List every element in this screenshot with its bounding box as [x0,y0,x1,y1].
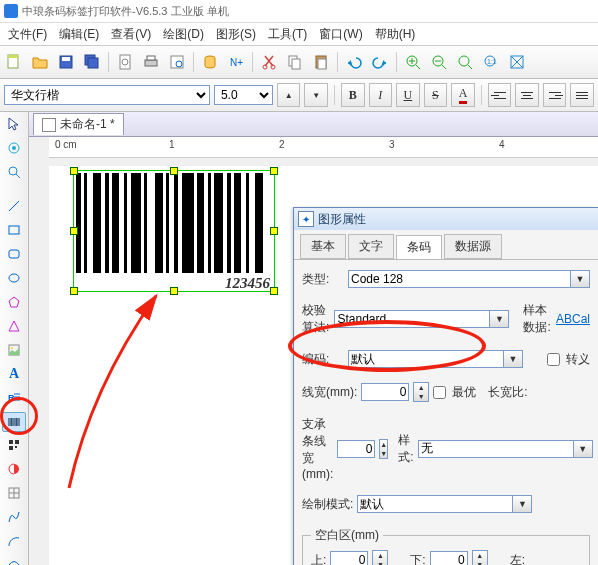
pdf-tool[interactable] [2,459,26,479]
bold-button[interactable]: B [341,83,365,107]
zoom-in-button[interactable] [401,50,425,74]
zoom-100-button[interactable]: 1:1 [479,50,503,74]
quiet-down-input[interactable] [430,551,468,565]
richtext-tool[interactable]: R [2,388,26,408]
quiet-down-label: 下: [410,552,425,566]
chevron-down-icon[interactable]: ▼ [573,440,593,458]
image-tool[interactable] [2,340,26,360]
align-justify-button[interactable] [570,83,594,107]
cut-button[interactable] [257,50,281,74]
bearer-input[interactable] [337,440,375,458]
quiet-zone-group: 空白区(mm) 上: ▲▼ 下: ▲▼ 左: [302,527,590,565]
quiet-up-input[interactable] [330,551,368,565]
tab-text[interactable]: 文字 [348,234,394,259]
new-button[interactable] [2,50,26,74]
encoding-select[interactable]: ▼ [348,350,523,368]
triangle-tool[interactable] [2,316,26,336]
chevron-down-icon[interactable]: ▼ [489,310,509,328]
optimal-checkbox[interactable] [433,386,446,399]
document-tabs: 未命名-1 * [29,112,598,137]
escape-checkbox[interactable] [547,353,560,366]
pan-tool[interactable] [2,138,26,158]
zoom-out-button[interactable] [427,50,451,74]
style-select[interactable]: ▼ [418,440,593,458]
zoom-fit-button[interactable] [453,50,477,74]
document-tab[interactable]: 未命名-1 * [33,113,124,135]
sample-data-link[interactable]: ABCal [556,312,590,326]
align-right-button[interactable] [543,83,567,107]
barcode-object[interactable]: 123456 [73,170,275,292]
rect-tool[interactable] [2,220,26,240]
mode-select[interactable]: ▼ [357,495,532,513]
align-center-button[interactable] [515,83,539,107]
print-preview-button[interactable] [165,50,189,74]
check-select[interactable]: ▼ [334,310,509,328]
menu-draw[interactable]: 绘图(D) [157,24,210,45]
menu-tool[interactable]: 工具(T) [262,24,313,45]
document-tab-label: 未命名-1 * [60,116,115,133]
menu-shape[interactable]: 图形(S) [210,24,262,45]
zoom-page-button[interactable] [505,50,529,74]
paste-button[interactable] [309,50,333,74]
menu-file[interactable]: 文件(F) [2,24,53,45]
ellipse-tool[interactable] [2,268,26,288]
menu-view[interactable]: 查看(V) [105,24,157,45]
svg-rect-17 [292,59,300,69]
font-size-select[interactable]: 5.0 [214,85,273,105]
dialog-tabs: 基本 文字 条码 数据源 [294,230,598,259]
roundrect-tool[interactable] [2,244,26,264]
quiet-down-spinner[interactable]: ▲▼ [472,550,488,565]
undo-button[interactable] [342,50,366,74]
ratio-label: 长宽比: [488,384,527,401]
save-button[interactable] [54,50,78,74]
curve-tool[interactable] [2,507,26,527]
qrcode-tool[interactable] [2,436,26,456]
arc-tool[interactable] [2,531,26,551]
quiet-up-spinner[interactable]: ▲▼ [372,550,388,565]
chevron-down-icon[interactable]: ▼ [570,270,590,288]
svg-rect-5 [88,58,98,68]
line-tool[interactable] [2,196,26,216]
align-left-button[interactable] [488,83,512,107]
select-tool[interactable] [2,114,26,134]
svg-rect-37 [9,446,13,450]
tab-basic[interactable]: 基本 [300,234,346,259]
grid-tool[interactable] [2,483,26,503]
save-all-button[interactable] [80,50,104,74]
underline-button[interactable]: U [396,83,420,107]
app-icon [4,4,18,18]
type-input[interactable] [348,270,570,288]
polygon-tool[interactable] [2,292,26,312]
linewidth-label: 线宽(mm): [302,384,357,401]
tab-barcode[interactable]: 条码 [396,235,442,260]
font-increase-button[interactable]: ▲ [277,83,301,107]
linewidth-spinner[interactable]: ▲▼ [413,382,429,402]
italic-button[interactable]: I [369,83,393,107]
bearer-spinner[interactable]: ▲▼ [379,439,388,459]
format-toolbar: 华文行楷 5.0 ▲ ▼ B I U S A [0,79,598,112]
font-decrease-button[interactable]: ▼ [304,83,328,107]
menu-edit[interactable]: 编辑(E) [53,24,105,45]
zoom-tool[interactable] [2,162,26,182]
dialog-header[interactable]: ✦ 图形属性 [294,208,598,230]
redo-button[interactable] [368,50,392,74]
chevron-down-icon[interactable]: ▼ [503,350,523,368]
database-button[interactable] [198,50,222,74]
bezier-tool[interactable] [2,555,26,565]
font-color-button[interactable]: A [451,83,475,107]
open-button[interactable] [28,50,52,74]
menu-window[interactable]: 窗口(W) [313,24,368,45]
doc-settings-button[interactable] [113,50,137,74]
menu-help[interactable]: 帮助(H) [369,24,422,45]
chevron-down-icon[interactable]: ▼ [512,495,532,513]
type-select[interactable]: ▼ [348,270,590,288]
strike-button[interactable]: S [424,83,448,107]
text-tool[interactable]: A [2,364,26,384]
copy-button[interactable] [283,50,307,74]
font-family-select[interactable]: 华文行楷 [4,85,210,105]
tab-data[interactable]: 数据源 [444,234,502,259]
print-button[interactable] [139,50,163,74]
sequence-button[interactable]: N+ [224,50,248,74]
barcode-tool[interactable] [2,412,26,432]
linewidth-input[interactable] [361,383,409,401]
